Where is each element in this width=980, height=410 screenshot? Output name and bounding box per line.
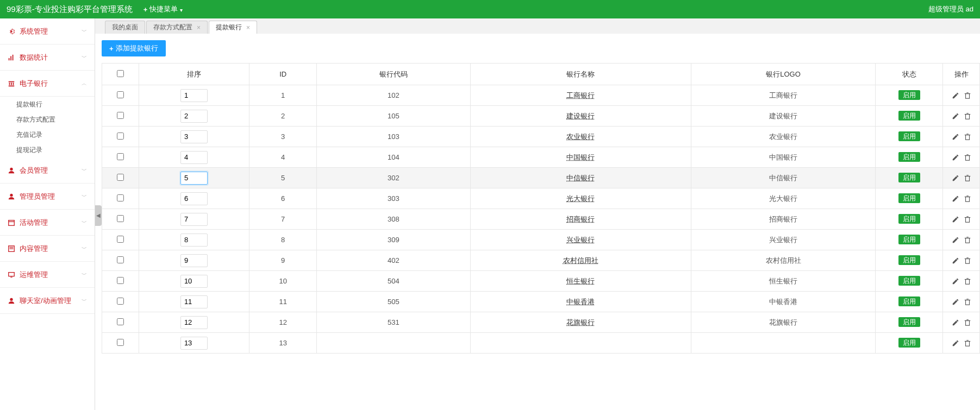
user-info[interactable]: 超级管理员 ad xyxy=(928,4,973,14)
row-checkbox[interactable] xyxy=(117,194,124,201)
sort-input[interactable] xyxy=(180,316,208,329)
delete-icon[interactable] xyxy=(964,112,971,120)
tab[interactable]: 存款方式配置× xyxy=(146,21,208,34)
calendar-icon xyxy=(8,219,15,226)
edit-icon[interactable] xyxy=(952,277,959,285)
cell-logo: 中信银行 xyxy=(691,168,876,188)
sidebar-group-content[interactable]: 内容管理﹀ xyxy=(0,236,95,262)
row-checkbox[interactable] xyxy=(117,112,124,119)
row-checkbox[interactable] xyxy=(117,236,124,243)
sidebar-group-admin[interactable]: 管理员管理﹀ xyxy=(0,184,95,210)
delete-icon[interactable] xyxy=(964,319,971,326)
delete-icon[interactable] xyxy=(964,174,971,182)
sort-input[interactable] xyxy=(180,192,208,205)
chevron-down-icon: ﹀ xyxy=(82,297,87,305)
sidebar-group-chart[interactable]: 数据统计﹀ xyxy=(0,45,95,71)
row-checkbox[interactable] xyxy=(117,298,124,305)
delete-icon[interactable] xyxy=(964,154,971,161)
delete-icon[interactable] xyxy=(964,298,971,306)
sidebar-group-bank[interactable]: 电子银行︿ xyxy=(0,71,95,97)
edit-icon[interactable] xyxy=(952,112,959,120)
edit-icon[interactable] xyxy=(952,298,959,306)
row-checkbox[interactable] xyxy=(117,133,124,140)
sort-input[interactable] xyxy=(180,254,208,267)
bank-name-link[interactable]: 兴业银行 xyxy=(566,236,595,244)
cell-id: 8 xyxy=(249,230,317,250)
row-checkbox[interactable] xyxy=(117,277,124,284)
edit-icon[interactable] xyxy=(952,236,959,244)
edit-icon[interactable] xyxy=(952,319,959,326)
row-checkbox[interactable] xyxy=(117,256,124,263)
edit-icon[interactable] xyxy=(952,133,959,141)
delete-icon[interactable] xyxy=(964,236,971,244)
edit-icon[interactable] xyxy=(952,257,959,264)
select-all-checkbox[interactable] xyxy=(117,70,124,77)
bank-name-link[interactable]: 中信银行 xyxy=(566,174,595,182)
status-badge: 启用 xyxy=(898,214,920,224)
row-checkbox[interactable] xyxy=(117,91,124,98)
sidebar-sub-item[interactable]: 提现记录 xyxy=(0,142,95,157)
delete-icon[interactable] xyxy=(964,257,971,264)
sort-input[interactable] xyxy=(180,337,208,350)
gear-icon xyxy=(8,28,15,35)
sidebar-collapse-handle[interactable]: ◀ xyxy=(95,205,102,226)
edit-icon[interactable] xyxy=(952,174,959,182)
bank-name-link[interactable]: 建设银行 xyxy=(566,112,595,120)
close-icon[interactable]: × xyxy=(197,24,201,31)
add-bank-button[interactable]: 添加提款银行 xyxy=(102,40,166,56)
edit-icon[interactable] xyxy=(952,339,959,347)
sidebar-sub-item[interactable]: 充值记录 xyxy=(0,127,95,142)
sidebar-group-chat[interactable]: 聊天室/动画管理﹀ xyxy=(0,288,95,314)
cell-id: 11 xyxy=(249,292,317,312)
sort-input[interactable] xyxy=(180,213,208,226)
bank-name-link[interactable]: 工商银行 xyxy=(566,91,595,99)
delete-icon[interactable] xyxy=(964,92,971,99)
svg-rect-39 xyxy=(965,238,969,243)
sort-input[interactable] xyxy=(180,172,208,185)
quick-menu-button[interactable]: 快捷菜单 xyxy=(143,4,183,14)
sort-input[interactable] xyxy=(180,151,208,164)
delete-icon[interactable] xyxy=(964,133,971,141)
edit-icon[interactable] xyxy=(952,195,959,203)
row-checkbox[interactable] xyxy=(117,153,124,160)
edit-icon[interactable] xyxy=(952,154,959,161)
bank-name-link[interactable]: 农业银行 xyxy=(566,133,595,141)
bank-icon xyxy=(8,80,15,87)
svg-rect-45 xyxy=(965,279,969,284)
bank-name-link[interactable]: 光大银行 xyxy=(566,194,595,203)
delete-icon[interactable] xyxy=(964,216,971,223)
delete-icon[interactable] xyxy=(964,339,971,347)
row-checkbox[interactable] xyxy=(117,339,124,346)
close-icon[interactable]: × xyxy=(246,24,250,31)
row-checkbox[interactable] xyxy=(117,318,124,325)
bank-name-link[interactable]: 招商银行 xyxy=(566,215,595,223)
svg-rect-21 xyxy=(965,114,969,119)
bank-name-link[interactable]: 花旗银行 xyxy=(566,318,595,326)
sort-input[interactable] xyxy=(180,234,208,247)
svg-rect-7 xyxy=(9,85,15,86)
edit-icon[interactable] xyxy=(952,92,959,99)
bank-name-link[interactable]: 恒生银行 xyxy=(566,277,595,285)
sidebar-sub-item[interactable]: 提款银行 xyxy=(0,97,95,112)
tab[interactable]: 提款银行× xyxy=(209,21,257,34)
bank-name-link[interactable]: 农村信用社 xyxy=(563,256,598,264)
status-badge: 启用 xyxy=(898,255,920,265)
tab[interactable]: 我的桌面 xyxy=(105,21,145,34)
edit-icon[interactable] xyxy=(952,216,959,223)
sort-input[interactable] xyxy=(180,89,208,102)
row-checkbox[interactable] xyxy=(117,215,124,222)
sidebar-sub-item[interactable]: 存款方式配置 xyxy=(0,112,95,127)
row-checkbox[interactable] xyxy=(117,174,124,181)
delete-icon[interactable] xyxy=(964,277,971,285)
bank-name-link[interactable]: 中国银行 xyxy=(566,153,595,161)
sidebar-group-ops[interactable]: 运维管理﹀ xyxy=(0,262,95,288)
sort-input[interactable] xyxy=(180,130,208,143)
sidebar-group-calendar[interactable]: 活动管理﹀ xyxy=(0,210,95,236)
sidebar-group-user[interactable]: 会员管理﹀ xyxy=(0,157,95,184)
delete-icon[interactable] xyxy=(964,195,971,203)
sort-input[interactable] xyxy=(180,110,208,123)
bank-name-link[interactable]: 中银香港 xyxy=(566,298,595,306)
sort-input[interactable] xyxy=(180,295,208,308)
sidebar-group-gear[interactable]: 系统管理﹀ xyxy=(0,18,95,45)
sort-input[interactable] xyxy=(180,275,208,288)
